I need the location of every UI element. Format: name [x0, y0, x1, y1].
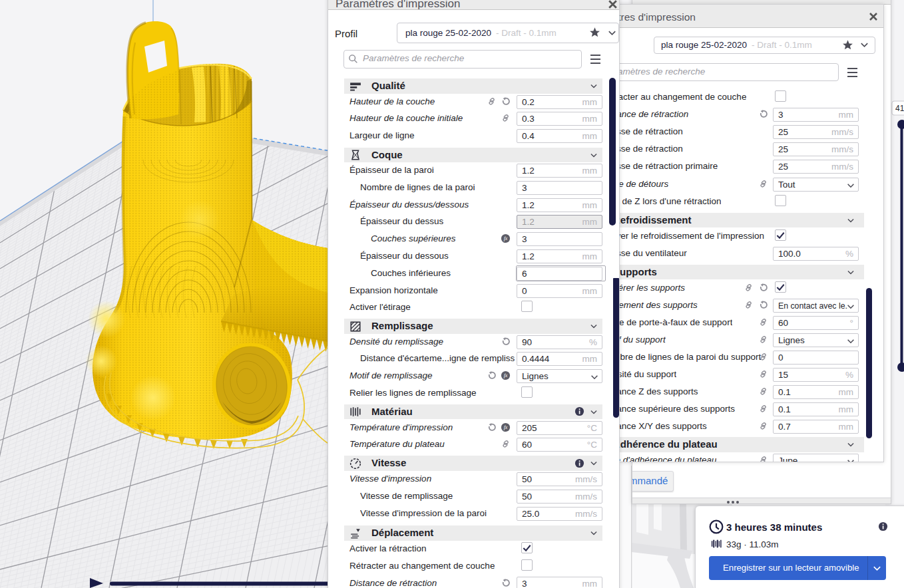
svg-text:fx: fx [504, 372, 508, 378]
svg-text:fx: fx [504, 236, 508, 242]
svg-text:fx: fx [504, 424, 508, 430]
svg-text:41: 41 [895, 104, 904, 113]
